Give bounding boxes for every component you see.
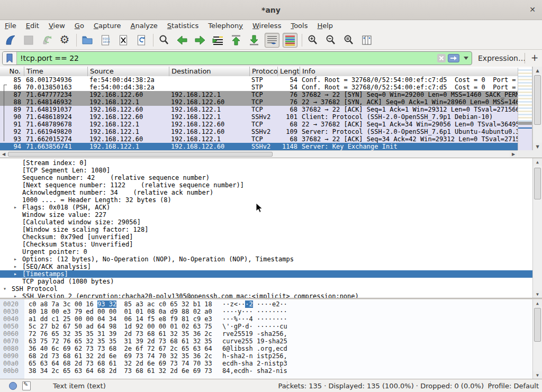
display-filter-input[interactable]: !tcp.port == 22 — [17, 54, 437, 62]
apply-filter-icon[interactable] — [448, 54, 459, 62]
start-capture-icon[interactable] — [3, 33, 18, 48]
column-header-length[interactable]: Length — [278, 67, 300, 76]
hex-row[interactable]: 008036 40 6c 69 62 73 73 68 2e 6f 72 67 … — [0, 345, 532, 352]
close-file-icon[interactable] — [116, 33, 131, 48]
hex-row[interactable]: 0020c0 a8 7a 3c 00 16 93 32 85 a3 ac c0 … — [0, 300, 532, 308]
zoom-reset-icon[interactable] — [341, 33, 356, 48]
auto-scroll-icon[interactable] — [265, 33, 279, 48]
scroll-thumb[interactable] — [534, 168, 541, 199]
packet-row-88[interactable]: 8871.648146932192.168.122.1192.168.122.6… — [0, 98, 518, 106]
scroll-thumb[interactable] — [8, 152, 273, 157]
packet-row-85[interactable]: 8568.001734936fe:54:00:d4:38:2aSTP54Conf… — [0, 76, 518, 84]
detail-row[interactable]: [Calculated window size: 29056] — [0, 218, 532, 226]
packet-row-92[interactable]: 9271.661949820192.168.122.1192.168.122.6… — [0, 128, 518, 135]
hex-vscrollbar[interactable]: ▲ ▼ — [532, 299, 542, 379]
detail-row[interactable]: Acknowledgment number: 34 (relative ack … — [0, 189, 532, 196]
detail-row[interactable]: [TCP Segment Len: 1080] — [0, 167, 532, 174]
display-filter-field[interactable]: !tcp.port == 22 — [2, 51, 472, 65]
menu-file[interactable]: File — [0, 21, 21, 30]
profile-label[interactable]: Profile: Default — [488, 382, 539, 390]
scroll-thumb[interactable] — [534, 75, 541, 125]
packet-row-93[interactable]: 9371.662015274192.168.122.60192.168.122.… — [0, 135, 518, 143]
go-to-packet-icon[interactable] — [211, 33, 225, 48]
scroll-left-icon[interactable]: ◀ — [0, 151, 7, 158]
column-header-protocol[interactable]: Protocol — [250, 67, 278, 76]
menu-go[interactable]: Go — [70, 21, 89, 30]
intelligent-scrollbar[interactable] — [518, 68, 532, 150]
scroll-down-icon[interactable]: ▼ — [533, 143, 542, 150]
go-to-top-icon[interactable] — [229, 33, 243, 48]
scroll-right-icon[interactable]: ▶ — [510, 151, 517, 158]
detail-row[interactable]: TCP payload (1080 bytes) — [0, 278, 532, 285]
detail-row[interactable]: ▾SSH Protocol — [0, 285, 532, 293]
hex-row[interactable]: 009068 2d 73 68 61 32 2d 6e 69 73 74 70 … — [0, 352, 532, 360]
detail-row[interactable]: Window size value: 227 — [0, 211, 532, 218]
scroll-down-icon[interactable]: ▼ — [533, 290, 542, 298]
filter-dropdown-icon[interactable] — [462, 54, 470, 62]
column-header-no[interactable]: No. — [0, 67, 24, 76]
expert-info-icon[interactable] — [9, 382, 17, 390]
expand-icon[interactable]: ▸ — [14, 256, 22, 263]
detail-row[interactable]: ▸[Timestamps] — [0, 270, 532, 278]
resize-columns-icon[interactable] — [359, 33, 374, 48]
capture-comment-icon[interactable]: ✎ — [22, 381, 31, 390]
clear-filter-icon[interactable] — [437, 54, 446, 62]
hex-row[interactable]: 00a065 63 64 68 2d 73 68 61 32 2d 6e 69 … — [0, 360, 532, 367]
expression-button[interactable]: Expression… — [478, 54, 526, 62]
detail-row[interactable]: ▸Options: (12 bytes), No-Operation (NOP)… — [0, 256, 532, 263]
expand-icon[interactable]: ▸ — [14, 293, 22, 298]
menu-edit[interactable]: Edit — [21, 21, 44, 30]
menu-view[interactable]: View — [44, 21, 70, 30]
scroll-down-icon[interactable]: ▼ — [533, 371, 542, 379]
go-back-icon[interactable] — [175, 33, 189, 48]
detail-row[interactable]: 1000 .... = Header Length: 32 bytes (8) — [0, 196, 532, 204]
restart-capture-icon[interactable] — [39, 33, 54, 48]
detail-row[interactable]: [Window size scaling factor: 128] — [0, 226, 532, 233]
detail-row[interactable]: [Next sequence number: 1122 (relative se… — [0, 181, 532, 189]
reload-file-icon[interactable] — [134, 33, 149, 48]
menu-wireless[interactable]: Wireless — [248, 21, 286, 30]
hex-row[interactable]: 003080 18 00 e3 79 ed 00 00 01 01 08 0a … — [0, 308, 532, 315]
stop-capture-icon[interactable] — [21, 33, 36, 48]
menu-statistics[interactable]: Statistics — [162, 21, 203, 30]
packet-row-89[interactable]: 8971.648191037192.168.122.60192.168.122.… — [0, 106, 518, 113]
go-to-bottom-icon[interactable] — [247, 33, 261, 48]
close-icon[interactable]: ✕ — [529, 5, 536, 14]
find-packet-icon[interactable] — [157, 33, 171, 48]
zoom-out-icon[interactable] — [323, 33, 338, 48]
menu-tools[interactable]: Tools — [286, 21, 312, 30]
packet-row-91[interactable]: 9171.648789678192.168.122.1192.168.122.6… — [0, 121, 518, 128]
collapse-icon[interactable]: ▾ — [3, 285, 12, 293]
bookmark-icon[interactable] — [3, 52, 17, 65]
packet-list-vscrollbar[interactable]: ▲ ▼ — [532, 67, 542, 150]
column-header-time[interactable]: Time — [24, 67, 88, 76]
detail-row[interactable]: ▸[SEQ/ACK analysis] — [0, 263, 532, 270]
packet-row-87[interactable]: 8771.647777234192.168.122.60192.168.122.… — [0, 91, 518, 98]
hex-row[interactable]: 00505c 27 b2 67 50 ad 64 98 1d 92 00 00 … — [0, 323, 532, 330]
add-filter-button[interactable]: + — [530, 52, 539, 63]
menu-telephony[interactable]: Telephony — [203, 21, 248, 30]
open-file-icon[interactable] — [80, 33, 95, 48]
detail-vscrollbar[interactable]: ▲ ▼ — [532, 158, 542, 298]
zoom-in-icon[interactable] — [305, 33, 320, 48]
detail-row[interactable]: ▸Flags: 0x018 (PSH, ACK) — [0, 204, 532, 211]
packet-row-90[interactable]: 9071.648618924192.168.122.60192.168.122.… — [0, 113, 518, 121]
packet-row-86[interactable]: 8670.013850163fe:54:00:d4:38:2aSTP54Conf… — [0, 84, 518, 91]
detail-row[interactable]: Urgent pointer: 0 — [0, 248, 532, 256]
scroll-up-icon[interactable]: ▲ — [533, 299, 542, 307]
detail-row[interactable]: [Checksum Status: Unverified] — [0, 241, 532, 248]
column-header-info[interactable]: Info — [300, 67, 532, 76]
packet-list-hscrollbar[interactable]: ◀ ▶ — [0, 150, 518, 158]
save-file-icon[interactable]: 01011010 — [98, 33, 113, 48]
hex-row[interactable]: 006072 76 65 32 35 35 31 39 2d 73 68 61 … — [0, 330, 532, 338]
detail-row[interactable]: Checksum: 0x79ed [unverified] — [0, 233, 532, 241]
go-forward-icon[interactable] — [193, 33, 207, 48]
menu-analyze[interactable]: Analyze — [126, 21, 162, 30]
expand-icon[interactable]: ▸ — [14, 204, 22, 211]
capture-options-icon[interactable]: ⚙ — [57, 33, 72, 48]
expand-icon[interactable]: ▸ — [14, 263, 22, 270]
scroll-up-icon[interactable]: ▲ — [533, 67, 542, 74]
colorize-packets-icon[interactable] — [283, 33, 297, 48]
column-header-source[interactable]: Source — [88, 67, 169, 76]
packet-row-94[interactable]: 9471.663856741192.168.122.1192.168.122.6… — [0, 143, 518, 150]
